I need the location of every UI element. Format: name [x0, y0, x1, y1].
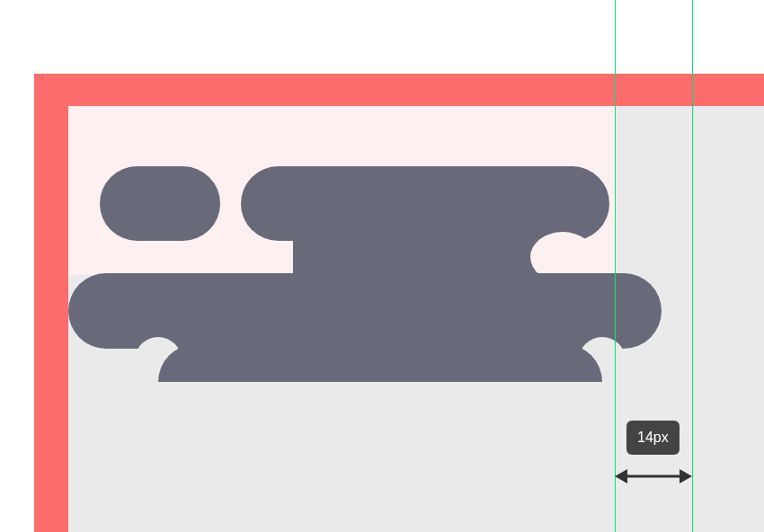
- svg-marker-2: [680, 469, 692, 483]
- measurement-label: 14px: [637, 430, 669, 445]
- measurement-tooltip: 14px: [626, 421, 680, 455]
- svg-marker-1: [615, 469, 627, 483]
- artboard-frame: [34, 74, 764, 532]
- cloud-shape-segment[interactable]: [241, 166, 609, 241]
- measurement-arrow-icon: [615, 466, 692, 487]
- cloud-shape-segment[interactable]: [158, 344, 602, 382]
- cloud-shape-segment[interactable]: [100, 166, 220, 241]
- vertical-guide[interactable]: [692, 0, 693, 532]
- vertical-guide[interactable]: [615, 0, 616, 532]
